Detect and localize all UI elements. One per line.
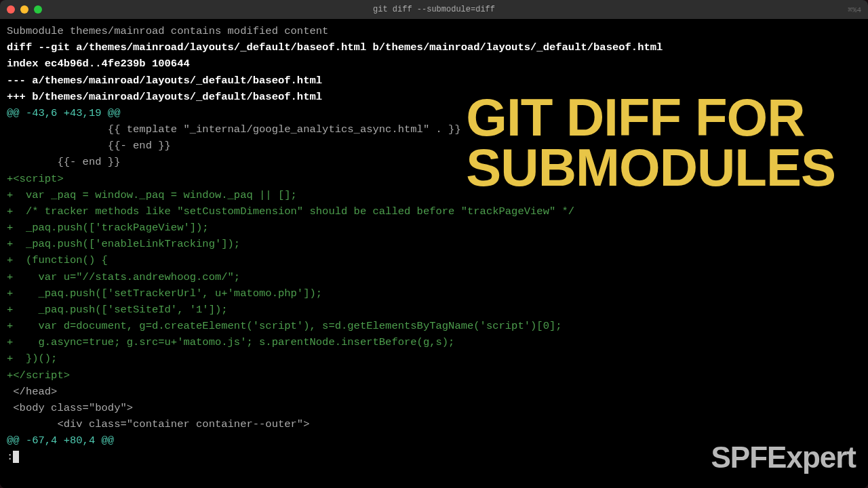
diff-add-line: + _paq.push(['trackPageView']); — [7, 220, 861, 236]
terminal-body[interactable]: Submodule themes/mainroad contains modif… — [0, 19, 868, 488]
terminal-window: git diff --submodule=diff ⌘%4 Submodule … — [0, 0, 868, 488]
overlay-title-line2: SUBMODULES — [466, 142, 835, 192]
close-button[interactable] — [7, 5, 15, 14]
diff-add-line: + (function() { — [7, 252, 861, 268]
diff-add-line: + var u="//stats.andrewhoog.com/"; — [7, 269, 861, 285]
minimize-button[interactable] — [20, 5, 28, 14]
window-shortcut-indicator: ⌘%4 — [848, 5, 861, 14]
window-title: git diff --submodule=diff — [373, 5, 495, 14]
diff-add-line: + _paq.push(['enableLinkTracking']); — [7, 236, 861, 252]
overlay-title-line1: GIT DIFF FOR — [466, 92, 835, 142]
diff-context-line: <div class="container container--outer"> — [7, 416, 861, 432]
diff-add-line: +</script> — [7, 367, 861, 384]
diff-add-line: + })(); — [7, 350, 861, 367]
diff-add-line: + g.async=true; g.src=u+'matomo.js'; s.p… — [7, 334, 861, 350]
diff-index: index ec4b96d..4fe239b 100644 — [7, 56, 861, 72]
diff-add-line: + /* tracker methods like "setCustomDime… — [7, 203, 861, 220]
diff-submodule-notice: Submodule themes/mainroad contains modif… — [7, 23, 861, 39]
overlay-title: GIT DIFF FOR SUBMODULES — [466, 92, 835, 192]
pager-prompt-char: : — [7, 451, 13, 463]
diff-old-file: --- a/themes/mainroad/layouts/_default/b… — [7, 73, 861, 89]
cursor — [13, 451, 19, 463]
diff-add-line: + var d=document, g=d.createElement('scr… — [7, 318, 861, 334]
traffic-lights — [7, 5, 42, 14]
title-bar: git diff --submodule=diff ⌘%4 — [0, 0, 868, 19]
maximize-button[interactable] — [34, 5, 42, 14]
diff-context-line: <body class="body"> — [7, 400, 861, 416]
diff-context-line: </head> — [7, 384, 861, 400]
diff-add-line: + _paq.push(['setSiteId', '1']); — [7, 302, 861, 318]
diff-header: diff --git a/themes/mainroad/layouts/_de… — [7, 39, 861, 56]
watermark: SPFExpert — [711, 434, 856, 481]
diff-add-line: + _paq.push(['setTrackerUrl', u+'matomo.… — [7, 285, 861, 302]
